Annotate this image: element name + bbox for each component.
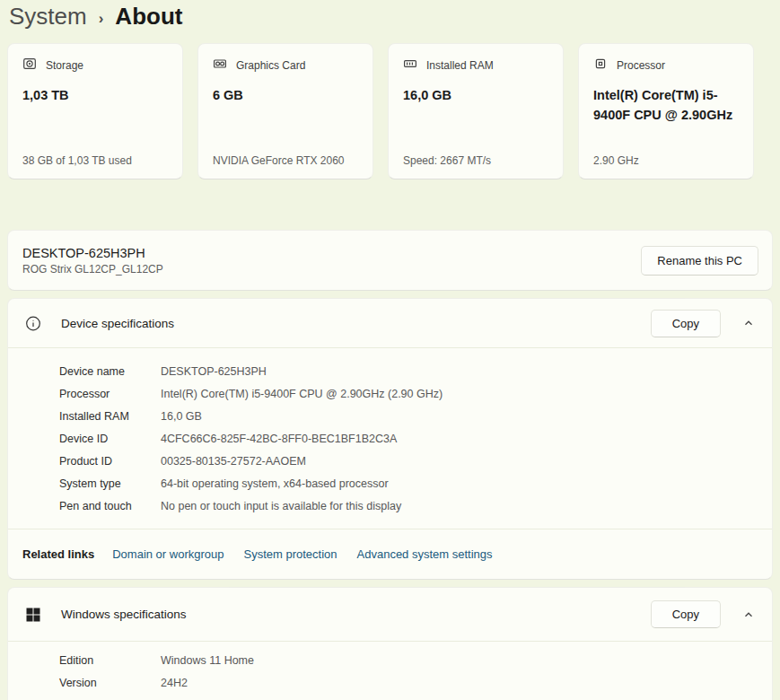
device-specifications-title: Device specifications: [61, 317, 651, 330]
spec-row-version: Version 24H2: [59, 671, 758, 694]
spec-value: Windows 11 Home: [161, 654, 254, 667]
storage-card-value: 1,03 TB: [22, 85, 168, 105]
processor-card-value: Intel(R) Core(TM) i5-9400F CPU @ 2.90GHz: [593, 85, 739, 125]
installed-ram-value: 16,0 GB: [403, 85, 548, 105]
graphics-card-value: 6 GB: [213, 85, 358, 105]
spec-row-device-id: Device ID 4CFC66C6-825F-42BC-8FF0-BEC1BF…: [59, 427, 758, 450]
info-icon: [25, 315, 41, 332]
installed-ram-label: Installed RAM: [426, 59, 494, 72]
spec-label: Product ID: [59, 455, 161, 468]
spec-label: System type: [59, 477, 161, 490]
related-links-row: Related links Domain or workgroup System…: [8, 529, 772, 579]
spec-row-device-name: Device name DESKTOP-625H3PH: [59, 360, 758, 382]
device-name: DESKTOP-625H3PH: [22, 246, 163, 260]
cpu-icon: [593, 57, 608, 74]
chevron-up-icon[interactable]: [740, 606, 758, 624]
storage-card-detail: 38 GB of 1,03 TB used: [22, 154, 171, 167]
spec-value: 4CFC66C6-825F-42BC-8FF0-BEC1BF1B2C3A: [161, 433, 397, 445]
copy-windows-specs-button[interactable]: Copy: [651, 600, 721, 628]
device-model: ROG Strix GL12CP_GL12CP: [22, 263, 163, 276]
link-system-protection[interactable]: System protection: [243, 547, 337, 561]
spec-label: Pen and touch: [59, 500, 161, 512]
spec-row-pen-and-touch: Pen and touch No pen or touch input is a…: [59, 494, 758, 517]
windows-logo-icon: [25, 608, 41, 622]
rename-pc-button[interactable]: Rename this PC: [641, 246, 758, 276]
spec-label: Installed RAM: [59, 410, 161, 423]
spec-label: Device ID: [59, 433, 161, 445]
chevron-up-icon[interactable]: [740, 314, 758, 332]
page-title: About: [115, 3, 182, 31]
installed-ram-card: Installed RAM 16,0 GB Speed: 2667 MT/s: [388, 43, 564, 179]
related-links-label: Related links: [22, 547, 94, 561]
link-domain-or-workgroup[interactable]: Domain or workgroup: [112, 547, 223, 561]
storage-card: Storage 1,03 TB 38 GB of 1,03 TB used: [7, 43, 183, 179]
windows-specifications-body: Edition Windows 11 Home Version 24H2: [7, 641, 773, 700]
spec-row-system-type: System type 64-bit operating system, x64…: [59, 472, 758, 494]
spec-value: 64-bit operating system, x64-based proce…: [161, 477, 389, 490]
spec-value: DESKTOP-625H3PH: [161, 365, 267, 378]
device-spec-rows: Device name DESKTOP-625H3PH Processor In…: [8, 348, 772, 529]
graphics-card-detail: NVIDIA GeForce RTX 2060: [213, 154, 362, 167]
spec-value: 00325-80135-27572-AAOEM: [161, 455, 306, 468]
installed-ram-detail: Speed: 2667 MT/s: [403, 154, 552, 167]
graphics-card-label: Graphics Card: [236, 59, 305, 72]
spec-value: Intel(R) Core(TM) i5-9400F CPU @ 2.90GHz…: [161, 388, 443, 400]
gpu-icon: [213, 57, 227, 74]
processor-card-label: Processor: [617, 59, 665, 72]
device-specifications-section: Device specifications Copy Device name D…: [7, 298, 773, 580]
link-advanced-system-settings[interactable]: Advanced system settings: [357, 547, 493, 561]
breadcrumb: System › About: [7, 0, 773, 43]
ram-icon: [403, 57, 417, 74]
windows-spec-rows: Edition Windows 11 Home Version 24H2: [8, 642, 772, 700]
storage-icon: [22, 57, 37, 74]
spec-label: Version: [59, 677, 161, 689]
spec-label: Device name: [59, 365, 161, 378]
device-name-bar: DESKTOP-625H3PH ROG Strix GL12CP_GL12CP …: [7, 230, 773, 291]
settings-about-page: System › About Storage 1,03 TB 38 GB of …: [0, 0, 780, 700]
spec-value: 16,0 GB: [161, 410, 202, 423]
spec-row-installed-ram: Installed RAM 16,0 GB: [59, 405, 758, 427]
copy-device-specs-button[interactable]: Copy: [651, 310, 721, 337]
windows-specifications-title: Windows specifications: [61, 608, 651, 621]
storage-card-label: Storage: [46, 59, 83, 72]
spec-row-product-id: Product ID 00325-80135-27572-AAOEM: [59, 450, 758, 472]
chevron-right-icon: ›: [99, 6, 104, 28]
spec-label: Processor: [59, 388, 161, 400]
spec-value: No pen or touch input is available for t…: [161, 500, 401, 512]
device-specifications-body: Device name DESKTOP-625H3PH Processor In…: [7, 347, 773, 580]
summary-cards: Storage 1,03 TB 38 GB of 1,03 TB used Gr…: [7, 43, 773, 179]
breadcrumb-system[interactable]: System: [9, 3, 87, 31]
windows-specifications-section: Windows specifications Copy Edition Wind…: [7, 587, 773, 700]
spec-value: 24H2: [161, 677, 188, 689]
processor-card-detail: 2.90 GHz: [593, 154, 742, 167]
spec-row-processor: Processor Intel(R) Core(TM) i5-9400F CPU…: [59, 382, 758, 405]
related-links: Domain or workgroup System protection Ad…: [112, 547, 492, 561]
windows-specifications-header[interactable]: Windows specifications Copy: [7, 587, 773, 641]
graphics-card-card: Graphics Card 6 GB NVIDIA GeForce RTX 20…: [197, 43, 373, 179]
spec-label: Edition: [59, 654, 161, 667]
device-specifications-header[interactable]: Device specifications Copy: [7, 298, 773, 347]
processor-card: Processor Intel(R) Core(TM) i5-9400F CPU…: [578, 43, 754, 179]
device-identity: DESKTOP-625H3PH ROG Strix GL12CP_GL12CP: [22, 246, 163, 276]
spec-row-edition: Edition Windows 11 Home: [59, 649, 758, 671]
